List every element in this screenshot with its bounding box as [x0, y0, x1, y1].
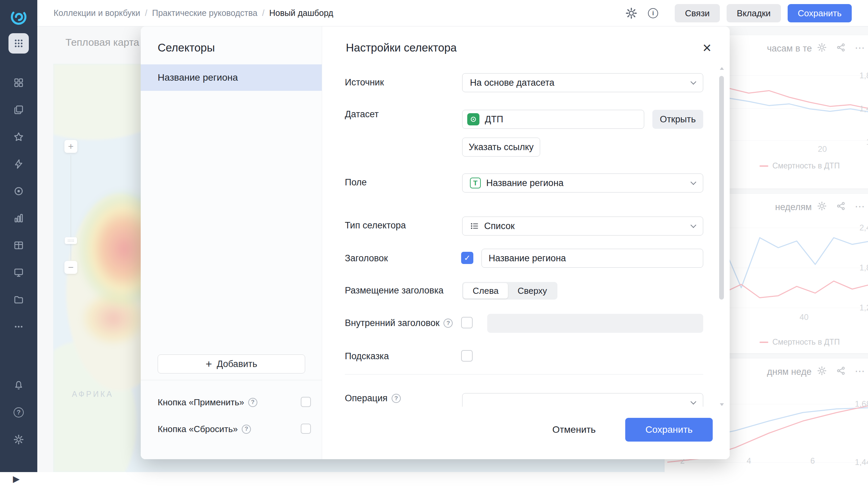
placement-left-option[interactable]: Слева: [463, 283, 508, 299]
bar-chart-icon: [14, 213, 24, 223]
title-label: Заголовок: [345, 253, 388, 264]
scrollbar-thumb[interactable]: [719, 76, 724, 300]
reset-button-row: Кнопка «Сбросить» ?: [158, 424, 322, 434]
help-icon[interactable]: ?: [443, 319, 453, 328]
field-type-icon: T: [470, 178, 481, 188]
monitor-icon: [14, 267, 24, 278]
layers-icon: [14, 105, 24, 115]
selector-list-item[interactable]: Название региона: [141, 64, 322, 91]
folder-icon: [14, 294, 24, 305]
modal-footer: Отменить Сохранить: [322, 407, 730, 459]
sidebar-item-notifications[interactable]: [8, 375, 29, 395]
bell-icon: [14, 380, 24, 390]
open-dataset-button[interactable]: Открыть: [652, 110, 703, 129]
chevron-down-icon: [691, 179, 696, 185]
sidebar-bottom: ?: [0, 375, 37, 450]
target-icon: [14, 186, 24, 196]
cancel-button[interactable]: Отменить: [545, 418, 603, 442]
source-select[interactable]: На основе датасета: [462, 73, 703, 92]
save-selector-button[interactable]: Сохранить: [625, 418, 713, 442]
specify-link-button[interactable]: Указать ссылку: [462, 138, 540, 157]
selector-settings-modal: Селекторы Название региона + Добавить Кн…: [141, 26, 730, 459]
sidebar: ?: [0, 0, 37, 472]
divider: [345, 374, 703, 374]
add-selector-button[interactable]: + Добавить: [158, 354, 305, 373]
operation-row: Операция ?: [322, 384, 730, 407]
logo-icon: [9, 8, 28, 26]
check-icon: ✓: [464, 253, 470, 263]
sidebar-item-dashboards[interactable]: [8, 73, 29, 93]
save-dashboard-button[interactable]: Сохранить: [788, 4, 852, 22]
sidebar-item-presentations[interactable]: [8, 262, 29, 283]
sidebar-item-settings[interactable]: [8, 429, 29, 450]
ellipsis-icon: [14, 322, 24, 332]
tabs-button[interactable]: Вкладки: [727, 4, 781, 22]
dataset-icon: [467, 113, 479, 125]
sidebar-item-favorites[interactable]: [8, 127, 29, 147]
selectors-panel-title: Селекторы: [158, 41, 215, 54]
title-input[interactable]: [481, 249, 703, 268]
gear-icon: [626, 7, 637, 19]
selector-type-select[interactable]: Список: [462, 217, 703, 236]
inner-title-label: Внутренний заголовок ?: [345, 318, 453, 328]
scroll-down-icon[interactable]: [720, 403, 724, 406]
sidebar-item-editor[interactable]: [8, 154, 29, 174]
close-icon[interactable]: ×: [699, 40, 715, 56]
dataset-name: ДТП: [485, 114, 503, 125]
relations-button[interactable]: Связи: [675, 4, 720, 22]
sidebar-item-all-services[interactable]: [8, 33, 29, 54]
gear-icon: [14, 434, 24, 445]
modal-scrollbar[interactable]: [719, 67, 724, 406]
sidebar-collapse-button[interactable]: ▶: [13, 474, 20, 484]
placement-top-option[interactable]: Сверху: [508, 283, 556, 299]
title-placement-segmented: Слева Сверху: [462, 282, 557, 300]
field-select[interactable]: T Название региона: [462, 174, 703, 192]
title-checkbox[interactable]: ✓: [461, 252, 473, 264]
help-icon[interactable]: ?: [392, 394, 401, 403]
lightning-icon: [14, 159, 24, 169]
hint-checkbox[interactable]: [461, 350, 473, 362]
dataset-label: Датасет: [345, 109, 379, 120]
sidebar-item-help[interactable]: ?: [8, 402, 29, 423]
info-button[interactable]: i: [646, 6, 660, 21]
sidebar-item-charts[interactable]: [8, 208, 29, 228]
help-icon[interactable]: ?: [248, 398, 257, 407]
field-select-value: Название региона: [486, 178, 564, 188]
chevron-down-icon: [691, 222, 696, 228]
divider: [141, 380, 322, 380]
selectors-panel: Селекторы Название региона + Добавить Кн…: [141, 26, 322, 459]
app: ? ▶ Коллекции и воркбуки / Практичес: [0, 0, 868, 488]
sidebar-item-more[interactable]: [8, 317, 29, 337]
star-icon: [14, 132, 24, 142]
selector-settings-panel: Настройки селектора × Источник На основе…: [322, 26, 730, 459]
sidebar-item-monitoring[interactable]: [8, 181, 29, 201]
table-icon: [14, 240, 24, 250]
operation-label: Операция ?: [345, 393, 401, 404]
source-label: Источник: [345, 77, 384, 88]
breadcrumb-workbook[interactable]: Практические руководства: [152, 8, 257, 18]
app-logo[interactable]: [9, 7, 28, 26]
inner-title-checkbox[interactable]: [461, 317, 473, 328]
breadcrumb-separator: /: [262, 8, 264, 18]
sidebar-item-datasets[interactable]: [8, 235, 29, 256]
operation-select[interactable]: [462, 393, 703, 407]
breadcrumb: Коллекции и воркбуки / Практические руко…: [54, 8, 333, 18]
field-label: Поле: [345, 177, 367, 188]
dataset-field[interactable]: ДТП: [462, 110, 644, 129]
sidebar-item-collections[interactable]: [8, 100, 29, 120]
top-header: Коллекции и воркбуки / Практические руко…: [37, 0, 868, 26]
scroll-up-icon[interactable]: [720, 67, 724, 70]
chevron-down-icon: [691, 79, 696, 85]
sidebar-item-storage[interactable]: [8, 289, 29, 310]
placement-label: Размещение заголовка: [345, 285, 443, 296]
plus-icon: +: [205, 359, 212, 369]
info-icon: i: [648, 8, 658, 18]
apply-button-checkbox[interactable]: [301, 397, 311, 407]
breadcrumb-collections[interactable]: Коллекции и воркбуки: [54, 8, 140, 18]
source-select-value: На основе датасета: [470, 78, 554, 88]
inner-title-input: [487, 314, 703, 333]
breadcrumb-current: Новый дашборд: [269, 8, 333, 18]
settings-button[interactable]: [624, 6, 639, 21]
help-icon[interactable]: ?: [242, 425, 251, 434]
reset-button-checkbox[interactable]: [301, 424, 311, 434]
